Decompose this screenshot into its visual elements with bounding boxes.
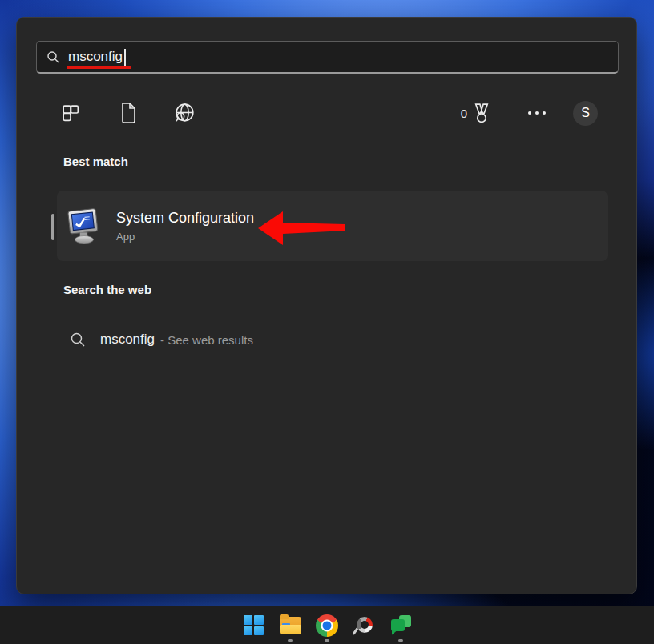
result-subtitle: App (116, 231, 254, 243)
filter-row: 0 S (36, 95, 617, 131)
text-caret (124, 49, 126, 66)
result-title: System Configuration (116, 210, 254, 227)
chrome-icon (316, 614, 338, 637)
ellipsis-icon (528, 111, 531, 115)
search-panel: msconfig (16, 17, 637, 594)
result-text: System Configuration App (116, 210, 254, 243)
green-chat-icon (390, 615, 412, 635)
apps-filter-icon[interactable] (60, 103, 82, 124)
selection-indicator (51, 214, 54, 240)
running-indicator (398, 639, 403, 642)
running-indicator (288, 639, 293, 642)
start-button[interactable] (240, 608, 267, 643)
avatar-initial: S (581, 106, 590, 120)
web-search-header: Search the web (63, 283, 151, 296)
file-explorer-icon (279, 615, 302, 635)
documents-filter-icon[interactable] (117, 102, 138, 124)
best-match-header: Best match (63, 155, 128, 168)
file-explorer-button[interactable] (277, 608, 304, 643)
rewards-button[interactable]: 0 (461, 103, 491, 124)
search-query: msconfig (68, 49, 123, 65)
system-configuration-icon (67, 207, 103, 244)
screenshot-tool-button[interactable] (350, 608, 377, 643)
rewards-count: 0 (461, 107, 467, 120)
running-indicator (325, 639, 329, 642)
chrome-button[interactable] (313, 608, 341, 643)
annotation-arrow-icon (257, 210, 347, 247)
taskbar (0, 606, 654, 644)
search-icon (70, 332, 86, 348)
web-query: msconfig (100, 332, 155, 348)
search-input[interactable]: msconfig (36, 41, 619, 74)
medal-icon (472, 103, 491, 124)
search-icon (46, 50, 60, 64)
annotation-underline (67, 66, 131, 69)
web-suffix: - See web results (160, 333, 253, 347)
windows-start-icon (244, 615, 264, 635)
more-options-button[interactable] (528, 111, 546, 115)
filter-icons (36, 102, 196, 125)
web-search-result[interactable]: msconfig - See web results (57, 320, 608, 359)
web-filter-icon[interactable] (173, 102, 196, 125)
account-area: 0 S (461, 101, 617, 126)
account-avatar[interactable]: S (573, 101, 598, 126)
chat-button[interactable] (387, 608, 414, 643)
magnifier-app-icon (353, 614, 375, 637)
